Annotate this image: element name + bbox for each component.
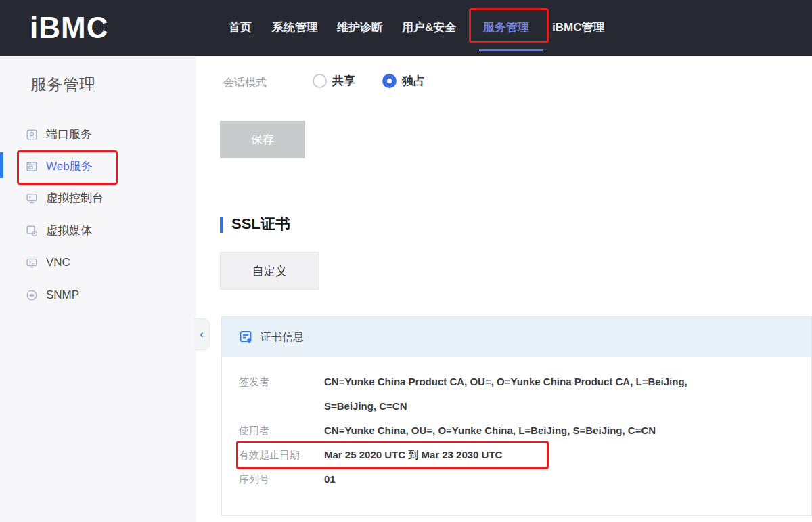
radio-option-shared[interactable]: 共享 <box>313 73 355 89</box>
customize-button[interactable]: 自定义 <box>220 252 319 290</box>
ibmc-page: iBMC 首页 系统管理 维护诊断 用户&安全 服务管理 iBMC管理 服务管理… <box>0 0 812 522</box>
virtual-media-icon <box>26 225 38 237</box>
certificate-icon <box>239 330 254 345</box>
top-navbar: iBMC 首页 系统管理 维护诊断 用户&安全 服务管理 iBMC管理 <box>0 0 812 56</box>
sidebar-item-virtual-media[interactable]: 虚拟媒体 <box>0 215 196 246</box>
sidebar-item-label: 端口服务 <box>46 127 92 142</box>
certificate-panel-title: 证书信息 <box>261 330 304 345</box>
section-accent-bar <box>220 217 223 233</box>
nav-item-home[interactable]: 首页 <box>229 0 252 56</box>
cert-row-serial-number: 序列号 01 <box>239 467 794 492</box>
ssl-certificate-section-title: SSL证书 <box>231 214 290 234</box>
save-button[interactable]: 保存 <box>220 121 305 158</box>
cert-row-value: CN=Yunke China, OU=, O=Yunke China, L=Be… <box>324 418 656 443</box>
cert-row-validity: 有效起止日期 Mar 25 2020 UTC 到 Mar 23 2030 UTC <box>239 443 794 467</box>
cert-row-value: Mar 25 2020 UTC 到 Mar 23 2030 UTC <box>324 443 502 467</box>
cert-row-label: 签发者 <box>239 370 324 418</box>
nav-item-system-management[interactable]: 系统管理 <box>272 0 318 56</box>
active-item-indicator <box>0 152 3 178</box>
sidebar-item-port-service[interactable]: 端口服务 <box>0 118 196 150</box>
sidebar-item-vnc[interactable]: VNC <box>0 246 196 278</box>
sidebar-item-label: 虚拟媒体 <box>46 223 92 238</box>
cert-row-value: 01 <box>324 467 336 492</box>
sidebar-item-label: SNMP <box>46 288 79 302</box>
nav-item-ibmc-management[interactable]: iBMC管理 <box>552 0 604 56</box>
cert-row-label: 有效起止日期 <box>239 443 324 467</box>
active-tab-underline <box>479 49 543 51</box>
cert-row-label: 使用者 <box>239 418 324 443</box>
sidebar-collapse-button[interactable]: ‹ <box>194 318 210 350</box>
cert-row-subject: 使用者 CN=Yunke China, OU=, O=Yunke China, … <box>239 418 794 443</box>
web-service-icon <box>26 160 38 173</box>
sidebar-title: 服务管理 <box>30 74 95 95</box>
nav-item-maintenance-diagnostics[interactable]: 维护诊断 <box>337 0 383 56</box>
radio-unselected-icon <box>313 74 327 88</box>
sidebar: 服务管理 端口服务 Web服务 虚拟控制台 虚拟媒体 VNC SNMP <box>0 56 196 522</box>
cert-row-issuer: 签发者 CN=Yunke China Product CA, OU=, O=Yu… <box>239 370 794 418</box>
vnc-icon <box>26 257 38 269</box>
session-mode-label: 会话模式 <box>223 76 267 90</box>
sidebar-item-label: VNC <box>46 256 70 269</box>
nav-item-service-management[interactable]: 服务管理 <box>483 0 529 56</box>
radio-selected-icon <box>382 74 397 88</box>
cert-row-label: 序列号 <box>239 467 324 492</box>
radio-option-label: 共享 <box>332 73 355 89</box>
radio-option-exclusive[interactable]: 独占 <box>382 73 425 89</box>
sidebar-item-virtual-console[interactable]: 虚拟控制台 <box>0 182 196 214</box>
ibmc-logo[interactable]: iBMC <box>30 0 108 56</box>
certificate-panel-header: 证书信息 <box>222 317 811 357</box>
sidebar-item-web-service[interactable]: Web服务 <box>0 150 196 182</box>
certificate-rows: 签发者 CN=Yunke China Product CA, OU=, O=Yu… <box>222 357 811 492</box>
snmp-icon <box>26 289 38 301</box>
chevron-left-icon: ‹ <box>200 328 204 340</box>
nav-item-user-security[interactable]: 用户&安全 <box>402 0 456 56</box>
sidebar-item-snmp[interactable]: SNMP <box>0 279 196 311</box>
cert-row-value: CN=Yunke China Product CA, OU=, O=Yunke … <box>324 370 717 418</box>
port-service-icon <box>26 129 38 141</box>
radio-option-label: 独占 <box>402 73 425 89</box>
virtual-console-icon <box>26 192 38 204</box>
sidebar-item-label: Web服务 <box>46 158 93 174</box>
certificate-info-panel: 证书信息 签发者 CN=Yunke China Product CA, OU=,… <box>221 316 812 516</box>
sidebar-item-label: 虚拟控制台 <box>46 190 104 206</box>
